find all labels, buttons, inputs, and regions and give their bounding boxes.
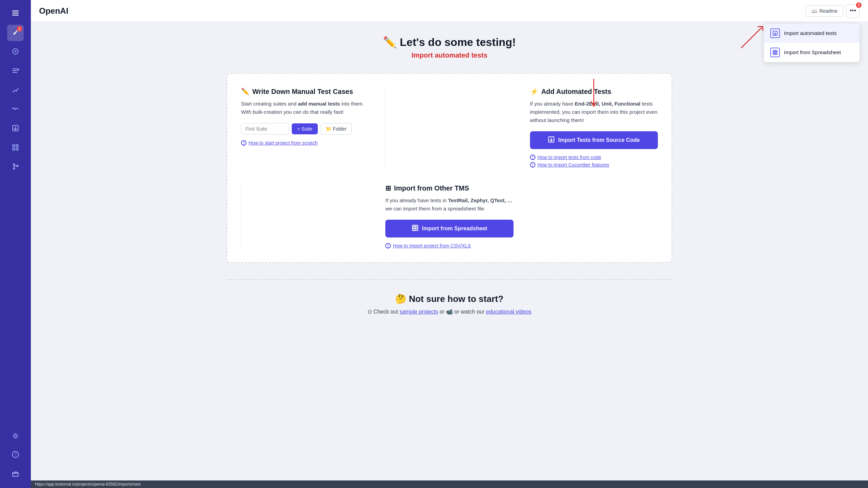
how-to-start-link[interactable]: ? How to start project from scratch — [241, 140, 369, 146]
automated-tests-title: ⚡ Add Automated Tests — [530, 87, 658, 96]
checklist-icon — [12, 67, 19, 76]
svg-marker-4 — [15, 50, 17, 52]
page-title: OpenAI — [39, 6, 68, 16]
header: OpenAI 📖 Readme ••• 2 — [31, 0, 868, 22]
settings-icon: ⚙ — [12, 432, 19, 440]
spreadsheet-icon — [770, 48, 780, 57]
how-to-import-cucumber-link[interactable]: ? How to import Cucumber features — [530, 162, 658, 168]
folder-stack-icon — [12, 470, 19, 479]
import-source-code-button[interactable]: Import Tests from Source Code — [530, 131, 658, 149]
status-url: https://app.testomat.io/projects/openai-… — [35, 482, 141, 487]
status-bar: https://app.testomat.io/projects/openai-… — [31, 480, 868, 488]
import-tms-card: ⊞ Import from Other TMS If you already h… — [385, 184, 513, 248]
dropdown-menu: Import automated tests Im — [764, 23, 860, 62]
more-menu-container: ••• 2 Import automated tests — [846, 4, 860, 18]
not-sure-heading: 🤔 Not sure how to start? — [227, 294, 672, 304]
main-area: OpenAI 📖 Readme ••• 2 — [31, 0, 868, 488]
automated-tests-desc: If you already have End-2End, Unit, Func… — [530, 100, 658, 124]
github-icon: ⊙ — [367, 309, 372, 315]
book-icon: 📖 — [811, 8, 817, 14]
help-circle-icon-3: ? — [530, 162, 535, 168]
header-actions: 📖 Readme ••• 2 — [806, 4, 860, 18]
svg-rect-11 — [16, 145, 18, 147]
automated-tests-card: ⚡ Add Automated Tests If you already hav… — [530, 87, 658, 168]
help-circle-icon-2: ? — [530, 155, 535, 160]
svg-rect-30 — [412, 225, 418, 231]
help-circle-icon: ? — [241, 140, 246, 146]
more-badge: 2 — [856, 2, 861, 8]
sidebar-item-reports[interactable] — [7, 140, 24, 156]
sidebar-item-suites[interactable] — [7, 63, 24, 80]
sidebar-item-tests[interactable]: ✓ 1 — [7, 25, 24, 41]
spreadsheet-btn-icon — [412, 224, 419, 233]
sidebar-item-import[interactable] — [7, 121, 24, 137]
steps-icon — [12, 86, 19, 95]
sidebar-item-help[interactable]: ? — [7, 447, 24, 463]
ellipsis-icon: ••• — [850, 7, 856, 14]
card-divider-2 — [241, 184, 369, 248]
play-icon — [12, 48, 19, 57]
more-button[interactable]: ••• 2 — [846, 4, 860, 18]
grid-icon: ⊞ — [385, 184, 391, 192]
not-sure-desc: ⊙ Check out sample projects or 📹 or watc… — [227, 308, 672, 315]
add-suite-button[interactable]: + Suite — [292, 123, 318, 134]
import-icon — [12, 124, 19, 134]
bottom-section: 🤔 Not sure how to start? ⊙ Check out sam… — [227, 279, 672, 322]
sample-projects-link[interactable]: sample projects — [400, 309, 438, 315]
help-circle-icon: ? — [12, 451, 19, 460]
help-circle-icon-4: ? — [385, 243, 391, 248]
sidebar-item-settings[interactable]: ⚙ — [7, 428, 24, 444]
branch-icon — [12, 163, 19, 172]
manual-tests-card: ✏️ Write Down Manual Test Cases Start cr… — [241, 87, 369, 168]
sidebar-item-git[interactable] — [7, 159, 24, 175]
svg-rect-13 — [16, 148, 18, 150]
first-suite-input[interactable] — [241, 123, 289, 135]
folder-icon: 📁 — [326, 126, 331, 132]
svg-rect-22 — [773, 50, 777, 54]
dropdown-item-spreadsheet[interactable]: Import from Spreadsheet — [764, 43, 859, 62]
svg-rect-10 — [13, 145, 15, 147]
sidebar: ✓ 1 — [0, 0, 31, 488]
plus-icon: + — [297, 126, 300, 132]
automated-help-links: ? How to import tests from code ? How to… — [530, 155, 658, 168]
import-automated-label: Import automated tests — [51, 51, 847, 59]
import-tms-title: ⊞ Import from Other TMS — [385, 184, 513, 192]
import-spreadsheet-button[interactable]: Import from Spreadsheet — [385, 220, 513, 237]
readme-button[interactable]: 📖 Readme — [806, 5, 843, 17]
sidebar-item-runs[interactable] — [7, 44, 24, 60]
svg-text:?: ? — [14, 452, 17, 457]
sidebar-item-steps[interactable] — [7, 82, 24, 99]
add-folder-button[interactable]: 📁 Folder — [321, 123, 352, 135]
tms-help-links: ? How to import project from CSV/XLS — [385, 243, 513, 248]
tests-badge: 1 — [17, 26, 22, 32]
manual-help-links: ? How to start project from scratch — [241, 140, 369, 146]
how-to-import-code-link[interactable]: ? How to import tests from code — [530, 155, 658, 160]
pencil-icon: ✏️ — [241, 87, 250, 96]
import-tms-desc: If you already have tests in TestRail, Z… — [385, 196, 513, 213]
import-code-icon — [548, 136, 555, 144]
dropdown-item-automated[interactable]: Import automated tests — [764, 24, 859, 43]
sidebar-item-projects[interactable] — [7, 466, 24, 483]
svg-rect-12 — [13, 148, 15, 150]
educational-videos-link[interactable]: educational videos — [486, 309, 532, 315]
lightning-icon: ⚡ — [530, 87, 539, 96]
card-divider-1 — [385, 87, 513, 168]
chart-icon — [12, 144, 19, 153]
sidebar-item-menu[interactable] — [7, 5, 24, 22]
cards-container: ✏️ Write Down Manual Test Cases Start cr… — [227, 73, 672, 263]
content-area: ✏️ Let's do some testing! Import automat… — [31, 22, 868, 480]
how-to-import-csv-link[interactable]: ? How to import project from CSV/XLS — [385, 243, 513, 248]
manual-tests-desc: Start creating suites and add manual tes… — [241, 100, 369, 116]
page-heading: ✏️ Let's do some testing! — [51, 36, 847, 49]
activity-icon — [12, 105, 19, 114]
import-automated-icon — [770, 28, 780, 38]
manual-tests-title: ✏️ Write Down Manual Test Cases — [241, 87, 369, 96]
suite-input-row: + Suite 📁 Folder — [241, 123, 369, 135]
hamburger-menu-icon — [12, 9, 19, 19]
sidebar-item-analytics[interactable] — [7, 101, 24, 118]
